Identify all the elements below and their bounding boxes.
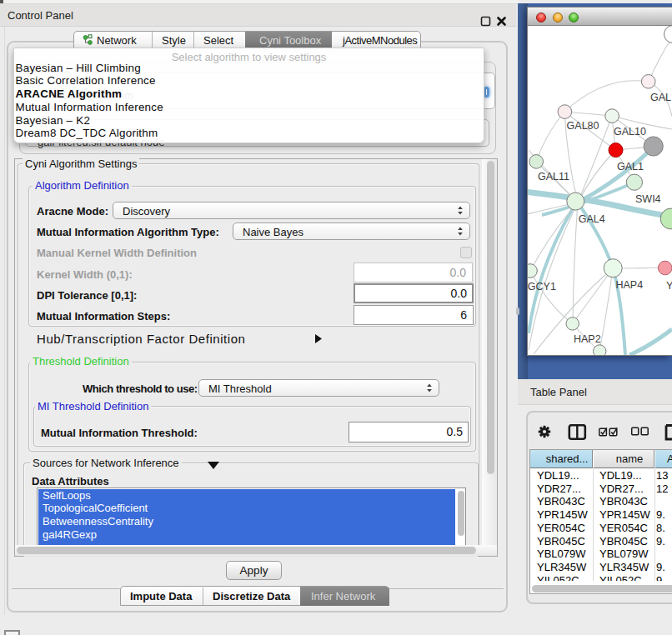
- svg-text:GAL10: GAL10: [614, 126, 646, 138]
- svg-text:GCY1: GCY1: [528, 281, 556, 292]
- svg-text:HAP4: HAP4: [616, 279, 644, 291]
- svg-text:SWI4: SWI4: [635, 193, 661, 205]
- svg-text:GAL: GAL: [650, 92, 671, 103]
- svg-text:GAL4: GAL4: [579, 213, 605, 225]
- svg-text:GAL11: GAL11: [538, 171, 569, 182]
- svg-text:HAP2: HAP2: [574, 333, 601, 345]
- svg-text:GAL80: GAL80: [567, 120, 599, 132]
- svg-text:Y: Y: [666, 280, 672, 292]
- svg-text:GAL1: GAL1: [617, 161, 644, 172]
